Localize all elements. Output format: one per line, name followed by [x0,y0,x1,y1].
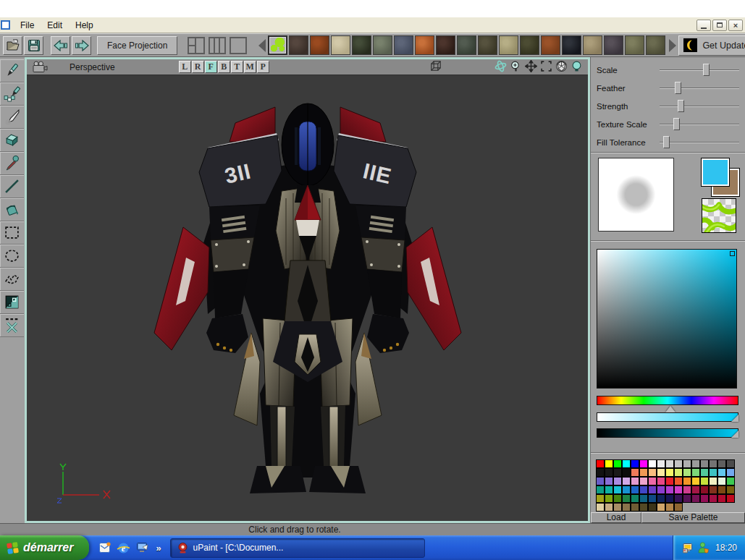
palette-cell-r1c13[interactable] [700,459,709,468]
scale-slider-handle[interactable] [703,64,710,76]
messenger-contact-icon[interactable] [698,542,709,553]
palette-cell-r2c15[interactable] [717,468,726,477]
menu-file[interactable]: File [14,19,41,32]
palette-cell-r5c7[interactable] [648,494,657,503]
start-button[interactable]: démarrer [0,535,89,560]
smudge-tool[interactable] [0,106,24,129]
palette-cell-r2c10[interactable] [674,468,683,477]
palette-cell-r5c9[interactable] [665,494,674,503]
palette-cell-r4c8[interactable] [657,485,665,494]
palette-cell-r6c4[interactable] [622,503,631,512]
palette-cell-r6c7[interactable] [648,503,657,512]
view-button-r[interactable]: R [192,61,204,73]
palette-cell-r2c3[interactable] [613,468,622,477]
palette-cell-r6c8[interactable] [657,503,665,512]
palette-cell-r3c5[interactable] [631,477,639,485]
palette-cell-r3c1[interactable] [596,477,605,485]
palette-cell-r4c3[interactable] [613,485,622,494]
outlook-express-icon[interactable] [98,541,111,555]
camera-icon[interactable] [32,61,48,73]
palette-cell-r2c12[interactable] [691,468,700,477]
lasso-select-tool[interactable] [0,268,24,291]
palette-cell-r4c5[interactable] [631,485,639,494]
palette-cell-r2c2[interactable] [605,468,613,477]
texture-swatch-2[interactable] [289,35,308,55]
eraser-tool[interactable] [0,129,24,152]
palette-cell-r5c6[interactable] [639,494,648,503]
palette-cell-r1c11[interactable] [683,459,691,468]
fill-tolerance-slider-handle[interactable] [663,136,670,148]
palette-cell-r2c7[interactable] [648,468,657,477]
save-file-button[interactable] [24,36,43,55]
palette-cell-r4c14[interactable] [709,485,717,494]
texture-swatch-5[interactable] [352,35,371,55]
palette-cell-r6c1[interactable] [596,503,605,512]
texture-swatch-13[interactable] [520,35,539,55]
palette-cell-r5c15[interactable] [717,494,726,503]
palette-cell-r5c3[interactable] [613,494,622,503]
texture-swatch-7[interactable] [394,35,413,55]
current-texture-swatch[interactable] [702,198,736,233]
palette-cell-r2c13[interactable] [700,468,709,477]
show-desktop-icon[interactable] [135,541,149,555]
palette-cell-r4c7[interactable] [648,485,657,494]
palette-cell-r4c12[interactable] [691,485,700,494]
texture-swatch-14[interactable] [541,35,560,55]
fill-bucket-tool[interactable] [0,198,24,221]
palette-cell-r4c2[interactable] [605,485,613,494]
palette-cell-r1c12[interactable] [691,459,700,468]
texture-scale-slider-handle[interactable] [673,118,680,130]
taskbar-task-upaint[interactable]: uPaint - [C:\Documen... [170,538,425,558]
palette-cell-r5c14[interactable] [709,494,717,503]
palette-cell-r5c8[interactable] [657,494,665,503]
palette-cell-r6c10[interactable] [674,503,683,512]
palette-cell-r6c3[interactable] [613,503,622,512]
texture-swatch-16[interactable] [583,35,602,55]
layout-columns-button[interactable] [209,37,226,54]
palette-cell-r3c11[interactable] [683,477,691,485]
rect-select-tool[interactable] [0,221,24,245]
palette-cell-r1c14[interactable] [709,459,717,468]
feather-slider-handle[interactable] [675,82,681,94]
palette-cell-r1c1[interactable] [596,459,605,468]
palette-cell-r3c15[interactable] [717,477,726,485]
texture-swatch-4[interactable] [331,35,350,55]
texture-swatch-6[interactable] [373,35,392,55]
face-projection-button[interactable]: Face Projection [97,36,177,55]
texture-swatch-8[interactable] [415,35,434,55]
palette-cell-r2c1[interactable] [596,468,605,477]
view-button-f[interactable]: F [205,61,217,73]
palette-cell-r3c2[interactable] [605,477,613,485]
palette-cell-r6c9[interactable] [665,503,674,512]
fill-tolerance-slider[interactable] [660,142,739,143]
palette-cell-r2c4[interactable] [622,468,631,477]
palette-cell-r2c5[interactable] [631,468,639,477]
texture-swatch-3[interactable] [310,35,329,55]
texture-swatch-18[interactable] [625,35,644,55]
texture-brush-tool[interactable] [0,82,24,106]
palette-cell-r1c4[interactable] [622,459,631,468]
palette-cell-r3c14[interactable] [709,477,717,485]
texture-swatch-19[interactable] [646,35,665,55]
scale-slider[interactable] [660,69,739,71]
palette-cell-r1c15[interactable] [717,459,726,468]
palette-cell-r3c12[interactable] [691,477,700,485]
palette-cell-r5c10[interactable] [674,494,683,503]
fit-view-button[interactable] [540,60,552,75]
palette-cell-r1c16[interactable] [726,459,735,468]
save-palette-button[interactable]: Save Palette [641,512,745,523]
palette-cell-r4c1[interactable] [596,485,605,494]
texture-scroll-right-icon[interactable] [669,39,676,52]
palette-cell-r4c13[interactable] [700,485,709,494]
palette-cell-r5c13[interactable] [700,494,709,503]
back-button[interactable] [51,36,70,55]
value-bar[interactable] [597,428,738,438]
palette-cell-r3c7[interactable] [648,477,657,485]
light-button[interactable] [571,60,583,75]
ellipse-select-tool[interactable] [0,245,24,268]
view-button-b[interactable]: B [218,61,230,73]
view-button-p[interactable]: P [257,61,269,73]
palette-cell-r1c2[interactable] [605,459,613,468]
palette-cell-r3c4[interactable] [622,477,631,485]
view-button-m[interactable]: M [244,61,256,73]
